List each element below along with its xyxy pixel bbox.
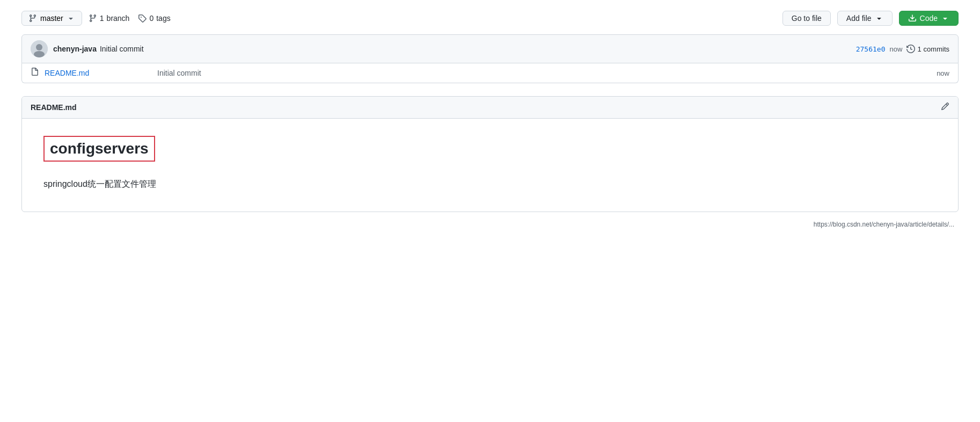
file-time: now	[937, 69, 949, 77]
branch-name: master	[40, 14, 63, 23]
commits-label: commits	[924, 45, 949, 53]
commit-time: now	[890, 45, 903, 53]
code-chevron-icon	[941, 14, 949, 23]
commit-count: 1	[917, 45, 921, 53]
readme-section: README.md configservers springcloud统一配置文…	[21, 96, 959, 212]
branch-icon	[28, 14, 37, 23]
file-icon	[31, 68, 39, 78]
readme-heading: configservers	[43, 136, 155, 162]
branch-count-item[interactable]: 1 branch	[89, 14, 130, 23]
readme-header: README.md	[22, 97, 958, 119]
table-row: README.md Initial commit now	[22, 63, 958, 83]
history-icon	[906, 45, 915, 53]
add-file-button[interactable]: Add file	[837, 11, 893, 26]
commit-count-link[interactable]: 1 commits	[906, 45, 949, 53]
tag-text: tags	[156, 14, 170, 23]
footer-url: https://blog.csdn.net/chenyn-java/articl…	[21, 221, 959, 228]
file-commit-message: Initial commit	[157, 69, 931, 77]
branch-stats: 1 branch 0 tags	[89, 14, 171, 23]
commit-meta: 27561e0 now 1 commits	[856, 45, 949, 53]
readme-title: README.md	[31, 103, 77, 112]
edit-icon[interactable]	[941, 102, 949, 113]
branch-selector[interactable]: master	[21, 11, 82, 26]
readme-description: springcloud统一配置文件管理	[43, 179, 937, 190]
tag-count: 0	[149, 14, 153, 23]
tag-count-item[interactable]: 0 tags	[138, 14, 170, 23]
commit-info: chenyn-java Initial commit	[53, 45, 851, 53]
code-button[interactable]: Code	[899, 11, 959, 26]
commit-bar: chenyn-java Initial commit 27561e0 now 1…	[21, 34, 959, 63]
file-name[interactable]: README.md	[45, 69, 152, 77]
branch-count: 1	[100, 14, 104, 23]
download-icon	[908, 14, 917, 23]
tag-icon	[138, 14, 147, 23]
file-table: README.md Initial commit now	[21, 63, 959, 83]
branch-count-icon	[89, 14, 97, 23]
svg-point-1	[36, 44, 42, 50]
commit-message: Initial commit	[100, 45, 144, 53]
go-to-file-button[interactable]: Go to file	[782, 11, 831, 26]
chevron-down-icon	[67, 14, 75, 23]
readme-content: configservers springcloud统一配置文件管理	[22, 119, 958, 212]
svg-point-2	[34, 51, 45, 57]
toolbar: master 1 branch 0 tags Go	[21, 11, 959, 26]
commit-author[interactable]: chenyn-java	[53, 45, 97, 53]
add-file-chevron-icon	[875, 14, 883, 23]
commit-hash[interactable]: 27561e0	[856, 45, 886, 53]
avatar	[31, 40, 48, 57]
branch-text: branch	[107, 14, 130, 23]
